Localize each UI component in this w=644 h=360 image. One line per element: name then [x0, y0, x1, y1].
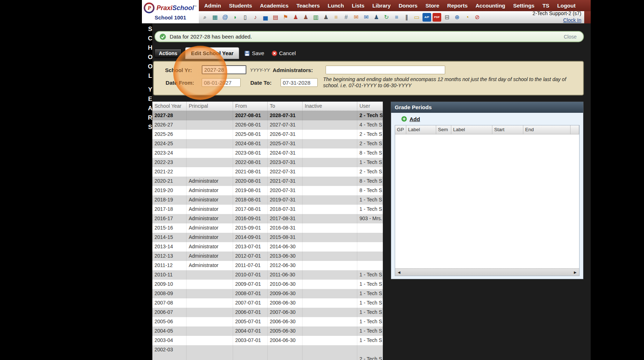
add-person-icon[interactable]: ♟: [291, 13, 300, 22]
year-row-2004-05[interactable]: 2004-052004-07-012005-06-301 - Tech S: [152, 326, 383, 336]
year-row-2015-16[interactable]: 2015-16Administrator2015-09-012016-08-31: [152, 223, 383, 233]
close-message-link[interactable]: Close: [564, 34, 577, 40]
barcode-icon[interactable]: ∥: [402, 13, 411, 22]
year-row-2022-23[interactable]: 2022-232022-08-012023-07-311 - Tech S: [152, 158, 383, 167]
tab-edit-school-year[interactable]: Edit School Year: [185, 47, 239, 59]
cell-principal: [187, 308, 233, 317]
year-row-2010-11[interactable]: 2010-112010-07-012011-06-301 - Tech S: [152, 270, 383, 280]
year-row-2019-20[interactable]: 2019-20Administrator2019-08-012020-07-31…: [152, 186, 383, 195]
folder-icon[interactable]: ▭: [412, 13, 421, 22]
year-row-2017-18[interactable]: 2017-18Administrator2017-08-012018-07-31…: [152, 205, 383, 214]
accounts-payable-icon[interactable]: A/P: [422, 13, 431, 22]
save-button[interactable]: Save: [244, 50, 264, 56]
nav-item-accounting[interactable]: Accounting: [471, 3, 509, 9]
print-icon[interactable]: ⊟: [443, 13, 451, 22]
years-col-header-principal[interactable]: Principal: [187, 102, 233, 111]
clock-in-link[interactable]: Clock In: [563, 17, 581, 24]
mail-icon[interactable]: ✉: [352, 13, 361, 22]
year-row-2008-09[interactable]: 2008-092008-07-012009-06-301 - Tech S: [152, 289, 383, 298]
year-row-2006-07[interactable]: 2006-072006-07-012007-06-301 - Tech S: [152, 308, 383, 317]
search-icon[interactable]: ⌕: [201, 13, 209, 22]
year-row-2018-19[interactable]: 2018-19Administrator2018-08-012019-07-31…: [152, 195, 383, 205]
gp-col-header-gp-0[interactable]: GP: [395, 125, 406, 134]
year-row-2024-25[interactable]: 2024-252024-08-012025-07-312 - Tech S: [152, 139, 383, 148]
people-icon[interactable]: ♟: [322, 13, 330, 22]
year-row-2016-17[interactable]: 2016-17Administrator2016-09-012017-08-31…: [152, 214, 383, 223]
gp-col-header-end-5[interactable]: End: [523, 125, 571, 134]
cell-from: 2003-07-01: [233, 336, 268, 345]
years-col-header-user[interactable]: User: [357, 102, 383, 111]
nav-item-admin[interactable]: Admin: [200, 3, 225, 9]
year-row-2003-04[interactable]: 2003-042003-07-012004-06-301 - Tech S: [152, 336, 383, 345]
nav-item-academics[interactable]: Academics: [256, 3, 292, 9]
years-col-header-inactive[interactable]: Inactive: [303, 102, 357, 111]
nav-item-teachers[interactable]: Teachers: [292, 3, 324, 9]
gp-col-header-label-3[interactable]: Label: [451, 125, 492, 134]
years-col-header-from[interactable]: From: [233, 102, 268, 111]
year-row-2013-14[interactable]: 2013-14Administrator2013-07-012014-06-30: [152, 242, 383, 252]
chart-icon[interactable]: ▅: [261, 13, 270, 22]
refresh-icon[interactable]: ↻: [382, 13, 391, 22]
year-row-2005-06[interactable]: 2005-062005-07-012006-06-301 - Tech S: [152, 317, 383, 326]
year-row-2025-26[interactable]: 2025-262025-08-012026-07-312 - Tech S: [152, 130, 383, 139]
staff-icon[interactable]: ♟: [372, 13, 381, 22]
school-yr-input[interactable]: [202, 65, 246, 74]
date-to-input[interactable]: [281, 78, 318, 87]
nav-item-donors[interactable]: Donors: [395, 3, 422, 9]
clock-icon[interactable]: ◔: [463, 13, 471, 22]
speaker-icon[interactable]: ♪: [251, 13, 260, 22]
year-row-2011-12[interactable]: 2011-12Administrator2011-07-012012-06-30: [152, 261, 383, 270]
calculator-icon[interactable]: #: [342, 13, 350, 22]
year-row-2026-27[interactable]: 2026-272026-08-012027-07-314 - Tech S: [152, 120, 383, 130]
nav-item-students[interactable]: Students: [225, 3, 256, 9]
globe-icon[interactable]: ⊕: [453, 13, 461, 22]
mobile-icon[interactable]: ▯: [241, 13, 250, 22]
add-grade-period-button[interactable]: Add: [391, 113, 583, 125]
year-row-2027-28[interactable]: 2027-282027-08-012028-07-312 - Tech S: [152, 111, 383, 120]
logo-block[interactable]: P PraxiSchool™ School 1001: [142, 0, 199, 23]
gp-horizontal-scrollbar[interactable]: ◄ ►: [395, 268, 579, 276]
years-col-header-to[interactable]: To: [268, 102, 303, 111]
nav-item-ts[interactable]: TS: [538, 3, 553, 9]
lunch-icon[interactable]: ≡: [332, 13, 340, 22]
scroll-left-icon[interactable]: ◄: [397, 269, 401, 276]
scroll-right-icon[interactable]: ►: [573, 269, 577, 276]
cell-year: 2026-27: [152, 120, 187, 130]
megaphone-icon[interactable]: ⚑: [281, 13, 290, 22]
year-row-2002-03[interactable]: 2002-03: [152, 345, 383, 355]
list-icon[interactable]: ≡: [392, 13, 401, 22]
years-col-header-school-year[interactable]: School Year: [152, 102, 187, 111]
nav-item-lunch[interactable]: Lunch: [324, 3, 348, 9]
person-icon[interactable]: ♟: [301, 13, 310, 22]
year-row-clipped[interactable]: 2 - Tech S: [152, 355, 383, 360]
year-row-2021-22[interactable]: 2021-222021-08-012022-07-312 - Tech S: [152, 167, 383, 177]
year-row-2009-10[interactable]: 2009-102009-07-012010-06-301 - Tech S: [152, 280, 383, 289]
year-row-2014-15[interactable]: 2014-15Administrator2014-09-012015-08-31: [152, 233, 383, 242]
email-icon[interactable]: @: [221, 13, 229, 22]
nav-item-lists[interactable]: Lists: [348, 3, 368, 9]
calendar-icon[interactable]: ▤: [271, 13, 280, 22]
gradebook-icon[interactable]: ▥: [312, 13, 320, 22]
year-row-2023-24[interactable]: 2023-242023-08-012024-07-318 - Tech S: [152, 148, 383, 158]
administrators-input[interactable]: [326, 66, 445, 74]
block-icon[interactable]: ⊘: [473, 13, 482, 22]
year-row-2012-13[interactable]: 2012-13Administrator2012-07-012013-06-30: [152, 252, 383, 261]
calendar-grid-icon[interactable]: ▦: [211, 13, 219, 22]
chat-icon[interactable]: ◗: [231, 13, 240, 22]
cell-year: 2023-24: [152, 148, 187, 158]
nav-item-settings[interactable]: Settings: [509, 3, 538, 9]
year-row-2007-08[interactable]: 2007-082007-07-012008-06-301 - Tech S: [152, 298, 383, 308]
nav-item-reports[interactable]: Reports: [443, 3, 472, 9]
pdf-icon[interactable]: PDF: [433, 13, 441, 22]
actions-button[interactable]: Actions: [155, 49, 182, 58]
date-from-input[interactable]: [202, 78, 241, 87]
nav-item-store[interactable]: Store: [421, 3, 443, 9]
gp-col-header-start-4[interactable]: Start: [492, 125, 523, 134]
nav-item-library[interactable]: Library: [368, 3, 395, 9]
gp-col-header-label-1[interactable]: Label: [406, 125, 436, 134]
cancel-button[interactable]: Cancel: [272, 50, 296, 56]
mail-send-icon[interactable]: ✉: [362, 13, 371, 22]
gp-col-header-sem-2[interactable]: Sem: [436, 125, 451, 134]
year-row-2020-21[interactable]: 2020-21Administrator2020-08-012021-07-31…: [152, 177, 383, 186]
nav-item-logout[interactable]: Logout: [553, 3, 580, 9]
